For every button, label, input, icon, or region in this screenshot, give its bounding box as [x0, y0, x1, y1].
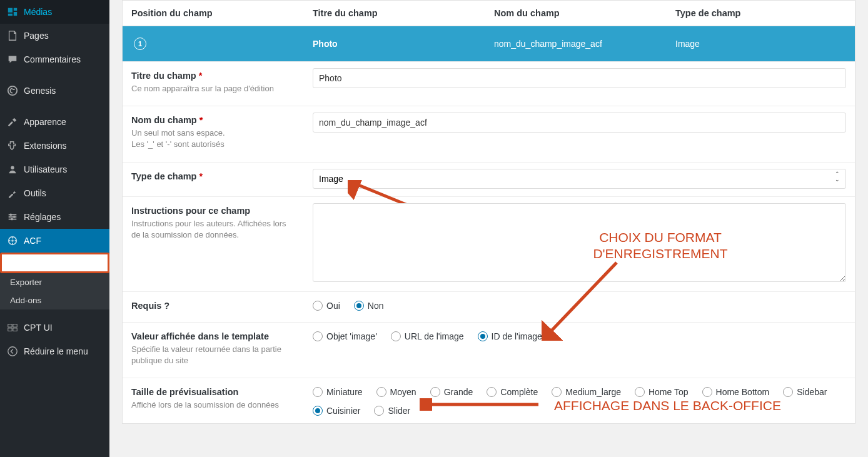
input-field-title[interactable]	[313, 68, 846, 88]
sidebar-item-tools[interactable]: Outils	[0, 181, 109, 205]
sidebar-item-extensions[interactable]: Extensions	[0, 134, 109, 158]
sidebar-sub-addons[interactable]: Add-ons	[0, 291, 109, 309]
sidebar-label: Utilisateurs	[24, 164, 67, 174]
settings-icon	[6, 211, 19, 223]
radio-button-icon	[430, 387, 440, 397]
header-name: Nom du champ	[485, 1, 667, 26]
position-badge: 1	[134, 38, 146, 50]
label-preview: Taille de prévisualisation	[131, 387, 295, 397]
sidebar-label: Outils	[24, 188, 46, 198]
label-name: Nom du champ *	[131, 115, 295, 125]
sidebar-item-users[interactable]: Utilisateurs	[0, 158, 109, 181]
desc-return: Spécifie la valeur retournée dans la par…	[131, 344, 295, 366]
radio-label: Objet 'image'	[326, 331, 377, 341]
field-type: Image	[667, 28, 855, 60]
sidebar-label: Extensions	[24, 141, 66, 151]
radio-label: ID de l'image	[492, 331, 542, 341]
sidebar-menu-3: Apparence Extensions Utilisateurs Outils…	[0, 110, 109, 253]
sidebar-submenu: ACF Exporter Add-ons	[0, 253, 109, 309]
users-icon	[6, 163, 19, 176]
radio-button-icon	[478, 331, 488, 341]
radio-label: Oui	[326, 301, 340, 311]
svg-rect-13	[13, 328, 17, 331]
svg-point-0	[8, 86, 17, 95]
cptui-icon	[6, 321, 19, 334]
acf-field-table: Position du champ Titre du champ Nom du …	[122, 0, 855, 424]
main-content: Position du champ Titre du champ Nom du …	[109, 0, 868, 457]
desc-instr: Instructions pour les auteurs. Affichées…	[131, 218, 295, 241]
sidebar-item-pages[interactable]: Pages	[0, 24, 109, 48]
row-instructions: Instructions pour ce champ Instructions …	[123, 196, 855, 291]
radio-label: Complète	[500, 387, 538, 397]
sidebar-sub-label: Exporter	[10, 278, 42, 287]
row-preview-size: Taille de prévisualisation Affiché lors …	[123, 378, 855, 423]
desc-name: Un seul mot sans espace. Les '_' et '-' …	[131, 128, 295, 150]
sidebar-label: Genesis	[24, 86, 56, 96]
sidebar-item-media[interactable]: Médias	[0, 0, 109, 24]
radio-option[interactable]: Grande	[430, 387, 473, 397]
radio-button-icon	[487, 387, 497, 397]
header-position: Position du champ	[123, 1, 304, 26]
radio-option[interactable]: Home Top	[635, 387, 689, 397]
comment-icon	[6, 53, 19, 66]
radio-button-icon	[313, 331, 323, 341]
sidebar-item-appearance[interactable]: Apparence	[0, 110, 109, 134]
sidebar-item-acf[interactable]: ACF	[0, 229, 109, 253]
header-type: Type de champ	[667, 1, 855, 26]
radio-option[interactable]: Home Bottom	[702, 387, 770, 397]
radio-option[interactable]: Cuisinier	[313, 406, 360, 416]
radio-label: Sidebar	[797, 387, 827, 397]
select-field-type[interactable]: Image	[313, 169, 846, 189]
radio-label: Slider	[388, 406, 410, 416]
radio-button-icon	[313, 406, 323, 416]
svg-point-14	[8, 347, 17, 356]
sidebar-item-genesis[interactable]: Genesis	[0, 79, 109, 103]
radio-button-icon	[783, 387, 793, 397]
sidebar-item-collapse[interactable]: Réduire le menu	[0, 339, 109, 363]
radio-option[interactable]: Medium_large	[552, 387, 621, 397]
sidebar-label: Commentaires	[24, 54, 81, 64]
radio-label: Medium_large	[565, 387, 621, 397]
radio-label: Grande	[444, 387, 473, 397]
radio-option[interactable]: Miniature	[313, 387, 363, 397]
field-name: nom_du_champ_image_acf	[485, 28, 667, 60]
sidebar-sub-label: ACF	[10, 258, 28, 268]
radio-option[interactable]: Non	[354, 301, 384, 311]
radio-option[interactable]: Sidebar	[783, 387, 827, 397]
sidebar-item-settings[interactable]: Réglages	[0, 205, 109, 229]
radio-label: Home Bottom	[716, 387, 770, 397]
collapse-icon	[6, 345, 19, 358]
radio-button-icon	[313, 387, 323, 397]
radio-label: Cuisinier	[326, 406, 360, 416]
radio-option[interactable]: Moyen	[376, 387, 416, 397]
radios-preview: MiniatureMoyenGrandeComplèteMedium_large…	[313, 384, 846, 416]
desc-preview: Affiché lors de la soumission de données	[131, 399, 295, 411]
sidebar-item-cptui[interactable]: CPT UI	[0, 316, 109, 339]
sidebar-label: Apparence	[24, 117, 66, 127]
radio-button-icon	[552, 387, 562, 397]
sidebar-label: Pages	[24, 31, 49, 41]
input-field-name[interactable]	[313, 113, 846, 133]
desc-title: Ce nom apparaîtra sur la page d'édition	[131, 83, 295, 94]
radio-option[interactable]: ID de l'image	[478, 331, 542, 341]
textarea-instructions[interactable]	[313, 203, 846, 282]
field-summary-row[interactable]: 1 Photo nom_du_champ_image_acf Image	[123, 26, 855, 61]
radio-option[interactable]: Slider	[374, 406, 410, 416]
radio-option[interactable]: Complète	[487, 387, 538, 397]
radio-option[interactable]: URL de l'image	[391, 331, 464, 341]
sidebar-menu: Médias Pages Commentaires	[0, 0, 109, 71]
sidebar-item-comments[interactable]: Commentaires	[0, 48, 109, 71]
radio-button-icon	[635, 387, 645, 397]
genesis-icon	[6, 84, 19, 97]
radio-option[interactable]: Oui	[313, 301, 340, 311]
appearance-icon	[6, 116, 19, 128]
radio-option[interactable]: Objet 'image'	[313, 331, 377, 341]
sidebar-label: CPT UI	[24, 323, 53, 333]
row-field-type: Type de champ * Image CHAMP IMAGE	[123, 162, 855, 196]
svg-point-5	[10, 214, 13, 216]
sidebar-sub-acf[interactable]: ACF	[0, 253, 109, 273]
row-required: Requis ? OuiNon	[123, 291, 855, 322]
sidebar-sub-export[interactable]: Exporter	[0, 273, 109, 291]
sidebar-sub-label: Add-ons	[10, 296, 41, 305]
radio-label: Non	[368, 301, 384, 311]
